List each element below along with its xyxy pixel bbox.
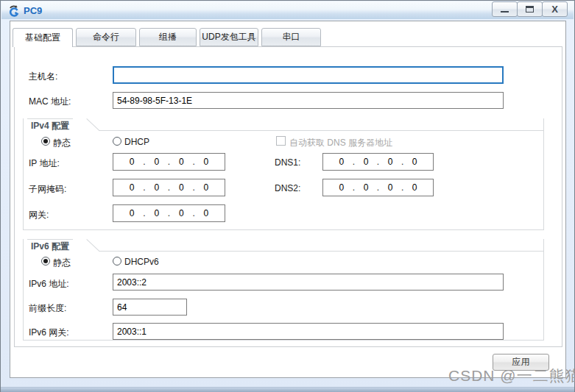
ip-octet: 0 [379, 157, 401, 167]
ip-octet: 0 [195, 208, 217, 218]
tab-udp-tool[interactable]: UDP发包工具 [200, 28, 258, 46]
auto-dns-label: 自动获取 DNS 服务器地址 [289, 137, 392, 149]
pc-config-window: PC9 X 基础配置 命令行 组播 UDP发包工具 串口 主机名: MAC 地址… [0, 0, 575, 392]
close-icon: X [551, 4, 558, 14]
mac-address-input[interactable]: 54-89-98-5F-13-1E [113, 92, 504, 109]
minimize-button[interactable] [492, 1, 518, 17]
ip-octet: 0 [121, 157, 143, 167]
ip-octet: 0 [146, 182, 168, 193]
ipv4-static-label: 静态 [53, 137, 71, 149]
maximize-button[interactable] [517, 1, 543, 17]
ip-octet: 0 [403, 157, 426, 167]
ipv6-group-tab-edge [86, 239, 99, 251]
ip-octet: 0 [170, 182, 192, 193]
ip-octet: 0 [379, 182, 401, 193]
ipv4-groupbox: IPv4 配置 [23, 118, 544, 230]
tab-multicast[interactable]: 组播 [139, 28, 197, 46]
ipv4-dhcp-radio[interactable] [113, 137, 121, 146]
ipv6-address-label: IPv6 地址: [29, 278, 69, 291]
ipv4-group-tab-edge [86, 118, 99, 130]
mac-address-label: MAC 地址: [29, 96, 71, 108]
ip-octet: 0 [146, 157, 168, 167]
hostname-input[interactable] [113, 66, 504, 84]
close-button[interactable]: X [542, 1, 568, 17]
dns2-input[interactable]: 0.0.0.0 [322, 179, 434, 196]
ipv6-dhcp-label: DHCPv6 [124, 257, 159, 267]
dns2-label: DNS2: [275, 183, 300, 193]
ip-octet: 0 [355, 157, 377, 167]
ipv6-static-radio[interactable] [41, 257, 50, 266]
tab-bar: 基础配置 命令行 组播 UDP发包工具 串口 [13, 28, 324, 47]
ensp-app-icon [7, 4, 20, 17]
subnet-mask-input[interactable]: 0.0.0.0 [113, 179, 225, 196]
ip-octet: 0 [195, 157, 217, 167]
ipv6-gateway-input[interactable]: 2003::1 [113, 323, 504, 340]
ip-address-input[interactable]: 0.0.0.0 [113, 153, 225, 171]
prefix-length-label: 前缀长度: [29, 302, 66, 315]
tab-basic-config[interactable]: 基础配置 [13, 28, 73, 47]
window-controls: X [493, 1, 568, 17]
ip-octet: 0 [355, 182, 377, 193]
auto-dns-checkbox[interactable] [276, 136, 286, 146]
minimize-icon [501, 11, 509, 13]
hostname-label: 主机名: [29, 71, 57, 83]
ip-octet: 0 [331, 182, 353, 193]
dns1-input[interactable]: 0.0.0.0 [322, 153, 434, 171]
ipv4-group-label: IPv4 配置 [27, 118, 73, 131]
ipv4-group-topline [99, 130, 543, 131]
tab-serial[interactable]: 串口 [261, 28, 321, 46]
ipv6-group-topline [99, 251, 543, 252]
gateway-input[interactable]: 0.0.0.0 [113, 204, 225, 222]
subnet-mask-label: 子网掩码: [29, 183, 66, 196]
ipv6-dhcp-radio[interactable] [113, 257, 121, 266]
ipv4-dhcp-label: DHCP [124, 137, 149, 147]
prefix-length-input[interactable]: 64 [113, 299, 187, 316]
watermark-text: CSDN @一二熊猫 [448, 366, 575, 386]
ipv6-group-label: IPv6 配置 [27, 239, 73, 252]
dns1-label: DNS1: [275, 157, 300, 168]
ip-octet: 0 [403, 182, 426, 193]
ip-octet: 0 [195, 182, 217, 193]
ipv6-address-input[interactable]: 2003::2 [113, 274, 504, 291]
ipv6-gateway-label: IPv6 网关: [29, 327, 69, 339]
ip-octet: 0 [121, 182, 143, 193]
ip-octet: 0 [170, 157, 192, 167]
window-title: PC9 [24, 5, 42, 16]
ip-octet: 0 [170, 208, 192, 218]
ip-octet: 0 [121, 208, 143, 218]
ipv4-static-radio[interactable] [41, 137, 50, 146]
tab-command-line[interactable]: 命令行 [76, 28, 136, 46]
window-bottom-edge [1, 387, 574, 392]
ip-address-label: IP 地址: [29, 157, 60, 170]
gateway-label: 网关: [29, 209, 49, 221]
titlebar: PC9 [1, 1, 574, 19]
ip-octet: 0 [146, 208, 168, 218]
maximize-icon [526, 6, 534, 13]
ip-octet: 0 [331, 157, 353, 167]
ipv6-static-label: 静态 [53, 257, 71, 269]
